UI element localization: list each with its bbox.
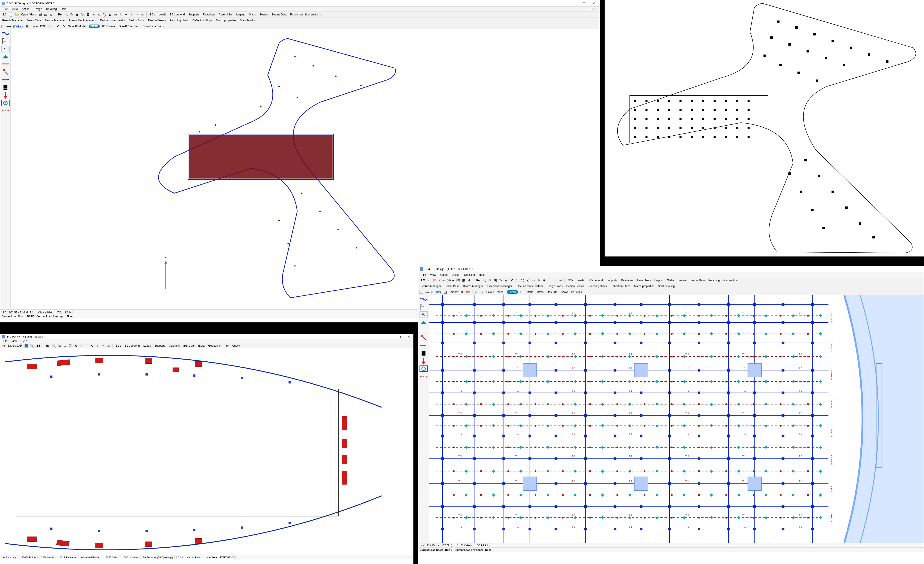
tb3-drawpt[interactable]: DrawPTDesStrip — [536, 290, 558, 294]
table-icon[interactable]: ▦ — [226, 344, 230, 348]
export-dxf-button[interactable]: Export DXF — [7, 344, 23, 347]
tb-punching[interactable]: Punching critical section — [707, 278, 739, 282]
angle-tool-icon[interactable]: ∠ — [526, 278, 530, 282]
layers-icon[interactable]: ☰ — [504, 278, 508, 282]
hammer-icon[interactable]: ⚒ — [510, 278, 514, 282]
tb-bcslegend[interactable]: BCs Legend — [169, 13, 186, 16]
menu-help[interactable]: Help — [477, 273, 486, 277]
shear-icon[interactable]: ≋ — [559, 278, 562, 282]
tb-assemblies[interactable]: Assemblies — [636, 278, 652, 282]
tb-reactions[interactable]: Reactions — [202, 13, 216, 16]
tb-assemblies[interactable]: Assemblies — [218, 13, 234, 16]
tb2-dbeams[interactable]: Design Beams — [147, 19, 167, 22]
edit-line-icon[interactable]: ✎ — [537, 278, 541, 282]
tb3-showhide[interactable]: Show/Hide Strips — [560, 290, 583, 294]
tb-beamsdata[interactable]: Beams Data — [270, 13, 288, 16]
minimize-button[interactable]: — — [391, 335, 398, 339]
tb2-deflstrips[interactable]: Deflection Strips — [191, 19, 213, 22]
mdi-minimize-icon[interactable]: — — [588, 7, 590, 10]
tb2-dslabs[interactable]: Design Slabs — [127, 19, 146, 22]
sb-wave-icon[interactable] — [420, 296, 428, 302]
maximize-button[interactable]: ▢ — [579, 1, 588, 6]
ptpak-badge[interactable]: PTPAK — [507, 290, 518, 294]
new-file-icon[interactable] — [9, 12, 13, 16]
zoom-icon[interactable]: 🔍 — [30, 344, 34, 348]
tb-legend[interactable]: Legend — [653, 278, 665, 282]
tb2-beamsmgr[interactable]: Beams Manager — [462, 284, 484, 288]
circle-tool-icon[interactable]: ◯ — [520, 278, 525, 282]
grid-icon[interactable]: ▦ — [44, 12, 48, 16]
hammer-icon[interactable]: ⚒ — [92, 12, 96, 16]
lc-button[interactable]: .LC — [419, 278, 426, 282]
sb-target-icon[interactable] — [2, 100, 9, 106]
tb2-match[interactable]: Match properties — [215, 19, 237, 22]
ptpak-badge[interactable]: PTPAK — [88, 24, 100, 28]
re-button[interactable]: Re — [57, 13, 63, 16]
rect-select-icon[interactable]: ▭ — [531, 278, 536, 282]
tb2-punchchk[interactable]: Punching check — [168, 19, 190, 22]
mdi-restore-icon[interactable]: ❐ — [592, 7, 594, 10]
spreadsheet-icon[interactable]: ▤ — [443, 290, 447, 294]
menu-detailing[interactable]: Detailing — [462, 273, 477, 277]
close-button[interactable]: ✕ — [406, 335, 412, 339]
sigma-male-icon[interactable]: ♂ — [96, 344, 100, 348]
tb2-define[interactable]: Define model details — [99, 19, 126, 22]
sb-column-icon[interactable] — [420, 335, 428, 341]
menu-action[interactable]: Action — [438, 273, 449, 277]
menu-action[interactable]: Action — [20, 7, 31, 11]
target-icon[interactable]: ⊕ — [63, 344, 67, 348]
cursor-tool-icon[interactable]: ↖ — [515, 278, 519, 282]
in-button[interactable]: .IN — [35, 344, 41, 347]
zoom-window-icon[interactable]: ⧉ — [69, 12, 74, 16]
sigma-female-icon[interactable]: ♀ — [135, 12, 139, 16]
tendon-plan-canvas[interactable]: T 1T 1T 1T 1T 1T 1T 1T 1T 1T 1T 1T 1T 1T… — [429, 295, 924, 543]
sb-column-icon[interactable] — [2, 69, 9, 75]
rotate-icon[interactable]: ↻ — [81, 12, 84, 16]
tb3-ptcrit[interactable]: PT Criteria — [519, 290, 534, 294]
sb-dots-icon[interactable] — [2, 108, 9, 114]
hammer-icon[interactable]: ⚒ — [74, 344, 78, 348]
target-icon[interactable]: ⊕ — [49, 12, 53, 16]
bcs-button[interactable]: BCs — [114, 344, 122, 347]
pt-load-icon[interactable] — [466, 290, 470, 294]
sb-pin-icon[interactable] — [2, 92, 9, 98]
tb2-match[interactable]: Match properties — [633, 284, 656, 288]
sigma-male-icon[interactable]: ♂ — [129, 12, 134, 16]
line-icon[interactable]: ／ — [85, 344, 89, 348]
save-icon[interactable] — [38, 12, 42, 16]
tb2-dslabs[interactable]: Design Slabs — [545, 284, 564, 288]
shear-icon[interactable]: ≋ — [141, 12, 144, 16]
re-button[interactable]: Re — [475, 278, 481, 282]
target-icon[interactable]: ⊕ — [467, 278, 471, 282]
tb-loads[interactable]: Loads — [142, 344, 152, 347]
spreadsheet-icon[interactable]: ▤ — [25, 24, 29, 28]
tb2-results[interactable]: Results Manager — [1, 19, 24, 22]
shear-icon[interactable]: ≋ — [106, 344, 111, 348]
sb-slab-icon[interactable] — [420, 319, 428, 326]
save-ptmodel-button[interactable]: Save PTModel — [485, 290, 506, 294]
formula-button[interactable]: (I²+kx) — [430, 290, 442, 294]
zoom-in-icon[interactable]: 🔍 — [52, 344, 56, 348]
tb-loads[interactable]: Loads — [158, 13, 167, 16]
check-button[interactable]: Check — [231, 344, 241, 347]
tb-getpts[interactable]: Get points — [207, 344, 222, 347]
tb3-ptcrit[interactable]: PT Criteria — [101, 24, 116, 28]
tb-columns[interactable]: Columns — [168, 344, 181, 347]
undo-icon[interactable]: ↶ — [56, 24, 60, 28]
tb-legend[interactable]: Legend — [235, 13, 247, 16]
tb3-drawpt[interactable]: DrawPTDesStrip — [118, 24, 140, 28]
menu-view[interactable]: View — [10, 7, 20, 11]
mdi-close-icon[interactable]: ✕ — [596, 7, 597, 10]
tension-icon[interactable]: ⟿ — [7, 24, 10, 28]
angle-tool-icon[interactable]: ∠ — [108, 12, 112, 16]
edit-line-icon[interactable]: ✎ — [118, 12, 123, 16]
sb-pointer-icon[interactable]: ↖ — [420, 311, 428, 318]
layers-icon[interactable]: ☰ — [86, 12, 90, 16]
menu-help[interactable]: Help — [20, 339, 29, 343]
save-icon[interactable] — [24, 344, 28, 348]
grid-icon[interactable]: ▦ — [462, 278, 466, 282]
sheet-icon[interactable]: ▤ — [1, 344, 5, 348]
sb-pointer-icon[interactable]: ↖ — [2, 46, 9, 52]
import-dxf-button[interactable]: Import DXF — [31, 24, 47, 28]
tb2-beamsmgr[interactable]: Beams Manager — [44, 19, 66, 22]
